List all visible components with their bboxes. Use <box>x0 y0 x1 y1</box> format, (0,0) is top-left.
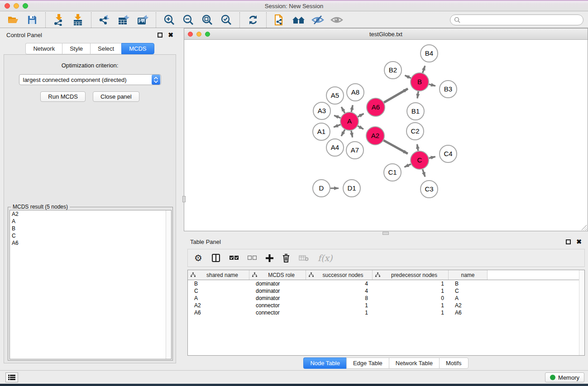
edge-A-A6[interactable] <box>358 114 364 117</box>
deselect-all-icon[interactable] <box>248 255 257 261</box>
edge-A2-C[interactable] <box>383 140 407 153</box>
tab-edge-table[interactable]: Edge Table <box>346 357 389 369</box>
graph-node-B4[interactable]: B4 <box>421 45 438 62</box>
table-cell[interactable]: 4 <box>306 288 373 294</box>
table-cell[interactable]: 1 <box>373 302 449 309</box>
table-cell[interactable]: A <box>188 295 249 301</box>
edge-B-B4[interactable] <box>423 66 425 73</box>
network-canvas[interactable]: B4B2BB3A8A5A6A3B1AC2A1A2A4A7C4CC1DD1C3 <box>184 40 588 231</box>
tab-motifs[interactable]: Motifs <box>439 357 468 369</box>
show-panels-icon[interactable] <box>329 13 344 27</box>
zoom-out-icon[interactable] <box>181 13 196 27</box>
task-history-icon[interactable] <box>5 372 18 382</box>
table-cell[interactable]: B <box>188 281 249 287</box>
edge-A-A8[interactable] <box>351 105 353 112</box>
settings-gear-icon[interactable]: ⚙ <box>194 253 202 262</box>
close-table-panel-icon[interactable]: ✖ <box>576 238 582 245</box>
table-cell[interactable]: 1 <box>373 281 449 287</box>
edge-A-A3[interactable] <box>334 115 340 118</box>
window-resize-grip[interactable] <box>582 225 587 230</box>
close-panel-icon[interactable]: ✖ <box>168 31 173 38</box>
table-cell[interactable]: C <box>188 288 249 294</box>
home-icon[interactable] <box>291 13 306 27</box>
zoom-in-icon[interactable] <box>162 13 177 27</box>
graph-node-C1[interactable]: C1 <box>384 164 401 181</box>
table-cell[interactable]: 1 <box>373 288 449 294</box>
result-list-item[interactable]: A <box>10 218 171 225</box>
delete-column-icon[interactable] <box>282 254 290 262</box>
graph-node-B1[interactable]: B1 <box>407 103 424 120</box>
table-row[interactable]: A2connector11A2 <box>188 302 584 309</box>
edge-B-B3[interactable] <box>429 84 435 86</box>
table-row[interactable]: Cdominator41C <box>188 287 584 295</box>
graph-node-C2[interactable]: C2 <box>406 123 424 140</box>
graph-node-A8[interactable]: A8 <box>347 84 364 101</box>
result-list-item[interactable]: A2 <box>10 210 171 218</box>
graph-node-C[interactable]: C <box>411 151 429 169</box>
column-header-shared-name[interactable]: shared name <box>188 270 249 280</box>
edge-A-A5[interactable] <box>341 107 345 113</box>
export-network-icon[interactable] <box>97 13 112 27</box>
search-input[interactable] <box>463 17 579 23</box>
column-header-MCDS-role[interactable]: MCDS role <box>249 270 306 280</box>
graph-node-A4[interactable]: A4 <box>326 139 344 156</box>
table-cell[interactable]: A2 <box>449 302 488 309</box>
open-session-icon[interactable] <box>5 13 21 27</box>
tab-style[interactable]: Style <box>62 43 90 54</box>
edge-A-A4[interactable] <box>341 129 345 136</box>
function-builder-icon[interactable]: f(x) <box>318 253 333 263</box>
graph-node-D1[interactable]: D1 <box>343 180 360 197</box>
table-cell[interactable]: 1 <box>373 310 449 316</box>
search-field[interactable] <box>450 14 583 25</box>
table-cell[interactable]: C <box>449 288 488 294</box>
table-row[interactable]: A6connector11A6 <box>188 309 584 316</box>
result-list-item[interactable]: A6 <box>10 239 171 247</box>
edge-C-C4[interactable] <box>429 157 435 158</box>
edge-A-A7[interactable] <box>351 131 353 138</box>
table-cell[interactable]: B <box>449 281 488 287</box>
column-header-successor-nodes[interactable]: successor nodes <box>306 270 373 280</box>
tab-mcds[interactable]: MCDS <box>121 43 154 54</box>
new-network-from-file-icon[interactable] <box>272 13 287 27</box>
panel-splitter-handle-horizontal[interactable] <box>382 232 389 235</box>
edge-C-C3[interactable] <box>423 169 425 176</box>
table-cell[interactable]: connector <box>249 310 306 316</box>
table-cell[interactable]: 1 <box>306 302 373 309</box>
graph-node-B[interactable]: B <box>411 73 429 91</box>
table-cell[interactable]: 4 <box>306 281 373 287</box>
zoom-fit-icon[interactable] <box>200 13 215 27</box>
result-list-scrollbar[interactable] <box>166 210 171 359</box>
edge-A-A2[interactable] <box>358 126 363 129</box>
add-column-icon[interactable] <box>266 254 273 262</box>
graph-node-A[interactable]: A <box>340 112 359 130</box>
table-cell[interactable]: A6 <box>449 310 488 316</box>
column-header-name[interactable]: name <box>449 270 488 280</box>
tab-network[interactable]: Network <box>25 43 62 54</box>
graph-node-A2[interactable]: A2 <box>366 127 384 145</box>
graph-node-C3[interactable]: C3 <box>421 181 438 198</box>
import-network-icon[interactable] <box>51 13 67 27</box>
table-cell[interactable]: dominator <box>249 295 306 301</box>
graph-node-A1[interactable]: A1 <box>313 123 330 140</box>
edge-C-C1[interactable] <box>404 164 411 167</box>
graph-node-B2[interactable]: B2 <box>384 62 402 79</box>
tab-network-table[interactable]: Network Table <box>389 357 439 369</box>
column-visibility-icon[interactable] <box>211 253 220 262</box>
tab-select[interactable]: Select <box>90 43 121 54</box>
run-mcds-button[interactable]: Run MCDS <box>40 91 86 102</box>
graph-node-A5[interactable]: A5 <box>326 87 344 104</box>
edge-B-B2[interactable] <box>405 76 411 78</box>
table-cell[interactable]: 0 <box>373 295 449 301</box>
tab-node-table[interactable]: Node Table <box>303 357 346 369</box>
float-table-panel-icon[interactable] <box>566 239 571 244</box>
edge-B-B1[interactable] <box>417 91 418 98</box>
graph-node-A3[interactable]: A3 <box>313 102 330 119</box>
table-cell[interactable]: A6 <box>188 310 249 316</box>
table-cell[interactable]: dominator <box>249 288 306 294</box>
memory-button[interactable]: Memory <box>545 372 584 382</box>
table-cell[interactable]: A2 <box>188 302 249 309</box>
optimization-criterion-select[interactable]: largest connected component (directed) <box>19 74 161 85</box>
table-cell[interactable]: dominator <box>249 281 306 287</box>
result-list-item[interactable]: B <box>10 225 171 232</box>
table-cell[interactable]: A <box>449 295 488 301</box>
